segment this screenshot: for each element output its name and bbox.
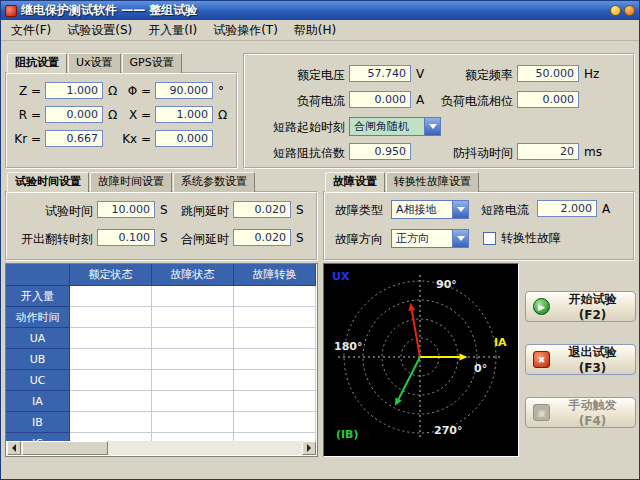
scroll-left-button[interactable] [7,441,21,455]
table-cell[interactable] [70,328,152,349]
output-flip-time-field[interactable]: 0.100 [97,229,155,246]
menu-test-settings[interactable]: 试验设置(S) [59,20,140,40]
table-cell[interactable] [234,370,316,391]
chevron-down-icon [457,207,465,212]
dropdown-arrow-button[interactable] [452,201,468,218]
tab-fault-settings[interactable]: 故障设置 [325,172,385,192]
table-cell[interactable] [234,307,316,328]
debounce-time-field[interactable]: 20 [517,143,579,160]
timing-tabstrip: 试验时间设置 故障时间设置 系统参数设置 [7,172,256,192]
minimize-button[interactable] [610,5,621,16]
short-circuit-current-field[interactable]: 2.000 [537,200,597,217]
table-cell[interactable] [234,349,316,370]
row-label: UA [6,328,70,349]
horizontal-scrollbar[interactable] [7,441,316,455]
tab-gps-settings[interactable]: GPS设置 [122,53,182,73]
table-row: 动作时间 [6,307,317,328]
start-test-button[interactable]: 开始试验(F2) [525,291,636,322]
debounce-time-label: 防抖动时间 [393,145,513,162]
output-flip-time-label: 开出翻转时刻 [9,231,93,248]
exit-icon [533,351,550,368]
table-cell[interactable] [234,391,316,412]
table-cell[interactable] [152,391,234,412]
dropdown-arrow-button[interactable] [452,230,468,247]
table-cell[interactable] [152,307,234,328]
menu-test-operation[interactable]: 试验操作(T) [205,20,286,40]
table-cell[interactable] [70,391,152,412]
ib-phase-label: (IB) [336,428,359,441]
r-label: R = [9,108,41,122]
kx-field[interactable]: 0.000 [155,130,213,147]
titlebar: 继电保护测试软件 —— 整组试验 [1,1,639,20]
menu-file[interactable]: 文件(F) [3,20,59,40]
timing-panel: 试验时间设置 故障时间设置 系统参数设置 试验时间 10.000 S 跳闸延时 … [5,172,318,261]
tab-impedance-settings[interactable]: 阻抗设置 [7,53,67,73]
table-cell[interactable] [152,433,234,441]
load-current-phase-field[interactable]: 0.000 [517,91,579,108]
menu-help[interactable]: 帮助(H) [286,20,344,40]
tab-test-time-settings[interactable]: 试验时间设置 [7,172,89,192]
impedance-panel: 阻抗设置 Ux设置 GPS设置 Z = 1.000 Ω Φ = 90.000 °… [5,53,238,169]
results-table: 额定状态 故障状态 故障转换 开入量 动作时间 UA UB [5,263,318,457]
x-unit: Ω [218,108,227,122]
table-cell[interactable] [152,349,234,370]
table-header-rated-state: 额定状态 [70,264,152,286]
table-row: UA [6,328,317,349]
table-cell[interactable] [70,286,152,307]
table-cell[interactable] [70,349,152,370]
row-label: 开入量 [6,286,70,307]
table-header-corner [6,264,70,286]
fault-direction-dropdown[interactable]: 正方向 [391,229,469,248]
window-title: 继电保护测试软件 —— 整组试验 [21,2,610,19]
arrow-left-icon [12,444,16,452]
test-time-field[interactable]: 10.000 [97,201,155,218]
z-field[interactable]: 1.000 [45,82,103,99]
menu-binary-input[interactable]: 开入量(I) [140,20,205,40]
manual-trigger-icon [533,404,550,421]
close-delay-field[interactable]: 0.020 [233,229,291,246]
table-cell[interactable] [70,412,152,433]
vector-diagram: 90° 180° 0° 270° UX IA (IB) [323,263,519,457]
evolving-fault-row: 转换性故障 [483,230,561,247]
fault-type-label: 故障类型 [335,202,389,219]
table-cell[interactable] [152,286,234,307]
table-cell[interactable] [70,433,152,441]
scrollbar-thumb[interactable] [22,441,108,455]
fault-direction-label: 故障方向 [335,231,389,248]
r-field[interactable]: 0.000 [45,106,103,123]
fault-panel: 故障设置 转换性故障设置 故障类型 A相接地 短路电流 2.000 A 故障方向… [323,172,635,261]
tab-system-param-settings[interactable]: 系统参数设置 [173,172,255,192]
table-cell[interactable] [152,370,234,391]
fault-type-value: A相接地 [392,201,452,218]
table-cell[interactable] [234,412,316,433]
table-cell[interactable] [234,286,316,307]
tab-fault-time-settings[interactable]: 故障时间设置 [90,172,172,192]
short-circuit-start-dropdown[interactable]: 合闸角随机 [349,117,441,136]
load-current-phase-label: 负荷电流相位 [393,93,513,110]
trip-delay-field[interactable]: 0.020 [233,201,291,218]
angle-label-90: 90° [436,278,457,291]
fault-type-dropdown[interactable]: A相接地 [391,200,469,219]
row-label: IB [6,412,70,433]
table-cell[interactable] [234,328,316,349]
table-row: UC [6,370,317,391]
kx-label: Kx = [115,132,151,146]
tab-ux-settings[interactable]: Ux设置 [68,53,121,73]
close-button[interactable] [624,5,635,16]
table-cell[interactable] [70,370,152,391]
table-cell[interactable] [152,412,234,433]
rated-frequency-field[interactable]: 50.000 [517,65,579,82]
evolving-fault-checkbox[interactable] [483,232,496,245]
tab-evolving-fault-settings[interactable]: 转换性故障设置 [386,172,479,192]
table-cell[interactable] [152,328,234,349]
scroll-right-button[interactable] [302,441,316,455]
impedance-tabstrip: 阻抗设置 Ux设置 GPS设置 [7,53,183,73]
exit-test-button[interactable]: 退出试验(F3) [525,344,636,375]
dropdown-arrow-button[interactable] [424,118,440,135]
kr-field[interactable]: 0.667 [45,130,103,147]
table-cell[interactable] [234,433,316,441]
phi-field[interactable]: 90.000 [155,82,213,99]
table-cell[interactable] [70,307,152,328]
x-field[interactable]: 1.000 [155,106,213,123]
load-current-label: 负荷电流 [251,93,345,110]
